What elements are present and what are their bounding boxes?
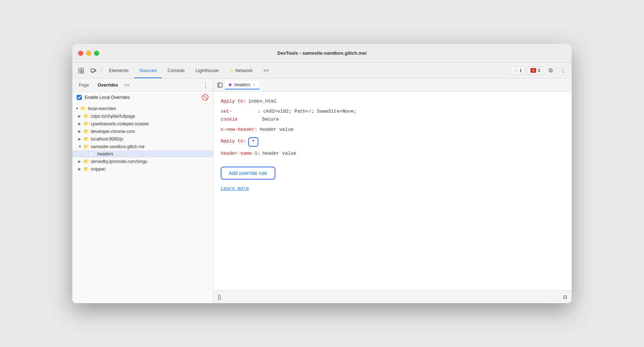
pretty-print-icon[interactable]: {} <box>218 294 221 300</box>
toolbar-separator-1 <box>101 67 102 75</box>
code-key-apply2: Apply to: <box>221 137 246 145</box>
devtools-toolbar: Elements Sources Console Lighthouse ⚠ Ne… <box>72 63 572 79</box>
code-block-set-cookie: set- : ck02=vl02; Path=/; SameSite=None;… <box>221 108 564 124</box>
close-button[interactable] <box>78 51 83 56</box>
right-panel: .headers × Apply to: index.html set- : c… <box>213 79 572 303</box>
error-badge[interactable]: ✕ 3 <box>527 67 543 75</box>
folder-icon: 📁 <box>83 166 89 172</box>
warning-icon: ⚠ <box>514 68 518 73</box>
apply-to-star-value: * <box>248 137 258 147</box>
tree-label: samesite-sandbox.glitch.me <box>91 144 145 149</box>
tree-label: developer.chrome.com <box>91 129 135 134</box>
error-count: 3 <box>538 68 540 73</box>
code-area: Apply to: index.html set- : ck02=vl02; P… <box>213 92 572 290</box>
more-options-button[interactable]: ⋮ <box>557 65 569 76</box>
tree-item-cdpn[interactable]: ▶ 📁 cdpn.io/chybie/fullpage <box>72 112 213 120</box>
maximize-button[interactable] <box>94 51 99 56</box>
more-icon: ⋮ <box>560 67 566 74</box>
svg-rect-5 <box>95 70 96 71</box>
tree-arrow: ▶ <box>78 159 83 163</box>
devtools-window: DevTools - samesite-sandbox.glitch.me/ E… <box>72 44 572 303</box>
no-entry-icon[interactable]: 🚫 <box>202 94 209 101</box>
code-value-header-name: header value <box>262 150 296 158</box>
tree-label: servedby.ipromote.com/longu <box>91 159 148 164</box>
file-tabs: .headers × <box>213 79 572 92</box>
tab-overrides[interactable]: Overrides <box>94 81 122 89</box>
add-override-button[interactable]: Add override rule <box>221 167 275 180</box>
tab-elements[interactable]: Elements <box>104 66 134 75</box>
tree-label: .headers <box>96 151 113 156</box>
svg-rect-2 <box>79 71 81 73</box>
file-tab-close-button[interactable]: × <box>252 83 256 87</box>
code-line-set-cookie-1: set- : ck02=vl02; Path=/; SameSite=None; <box>221 108 564 116</box>
network-warning-icon: ⚠ <box>229 68 234 73</box>
left-panel: Page Overrides >> ⋮ Enable Local Overrid… <box>72 79 213 303</box>
error-icon: ✕ <box>530 68 536 73</box>
tab-page[interactable]: Page <box>75 81 93 89</box>
folder-icon: 📁 <box>83 136 89 142</box>
tab-sources[interactable]: Sources <box>134 66 162 75</box>
tree-arrow: ▼ <box>78 145 83 149</box>
tab-console[interactable]: Console <box>162 66 190 75</box>
svg-rect-4 <box>91 69 94 72</box>
inspect-element-icon[interactable] <box>75 65 87 76</box>
devtools-body: Page Overrides >> ⋮ Enable Local Overrid… <box>72 79 572 303</box>
traffic-lights <box>78 51 99 56</box>
folder-icon: 📁 <box>80 106 86 111</box>
file-tab-label: .headers <box>233 82 250 87</box>
tree-label: local-overrides <box>88 106 116 111</box>
window-title: DevTools - samesite-sandbox.glitch.me/ <box>277 50 367 56</box>
panel-tab-more[interactable]: >> <box>123 82 131 88</box>
folder-icon: 📁 <box>83 129 89 134</box>
tree-arrow: ▶ <box>78 114 83 118</box>
svg-rect-1 <box>81 68 84 70</box>
tree-item-snippet[interactable]: ▶ 📁 snippet: <box>72 165 213 173</box>
warning-count: 1 <box>520 68 522 73</box>
panel-menu-button[interactable]: ⋮ <box>201 81 210 89</box>
panel-tabs: Page Overrides >> ⋮ <box>72 79 213 92</box>
code-key-header-name: header-name-1: <box>221 150 260 158</box>
settings-button[interactable]: ⚙ <box>545 65 556 76</box>
file-tab-headers[interactable]: .headers × <box>225 81 259 89</box>
device-toolbar-icon[interactable] <box>88 65 99 76</box>
code-key-x-header: x-new-header: <box>221 126 257 134</box>
code-line-apply2: Apply to: * <box>221 137 564 147</box>
tab-network[interactable]: ⚠ Network <box>224 66 258 75</box>
code-line-set-cookie-2: cookie Secure <box>221 116 564 124</box>
tree-arrow: ▶ <box>78 122 83 126</box>
tree-arrow: ▼ <box>75 106 80 110</box>
tree-item-developer-chrome[interactable]: ▶ 📁 developer.chrome.com <box>72 127 213 135</box>
tree-item-cpwebassets[interactable]: ▶ 📁 cpwebassets.codepen.io/asse <box>72 120 213 127</box>
tree-label: cpwebassets.codepen.io/asse <box>91 121 149 126</box>
code-value-x-header: header value <box>259 126 293 134</box>
tab-more[interactable]: >> <box>258 66 274 75</box>
title-bar: DevTools - samesite-sandbox.glitch.me/ <box>72 44 572 63</box>
svg-rect-3 <box>81 71 84 73</box>
pin-tab-button[interactable] <box>215 80 225 90</box>
file-tab-dot <box>229 83 232 86</box>
settings-icon: ⚙ <box>548 67 553 74</box>
tree-item-servedby[interactable]: ▶ 📁 servedby.ipromote.com/longu <box>72 158 213 165</box>
learn-more-link[interactable]: Learn more <box>221 186 249 191</box>
warning-badge[interactable]: ⚠ 1 <box>510 66 525 75</box>
tree-arrow: ▶ <box>78 129 83 133</box>
tree-arrow: ▶ <box>78 167 83 171</box>
minimize-button[interactable] <box>86 51 91 56</box>
svg-rect-8 <box>218 83 222 87</box>
tab-lighthouse[interactable]: Lighthouse <box>191 66 224 75</box>
enable-overrides-checkbox[interactable] <box>77 95 82 100</box>
file-tree: ▼ 📁 local-overrides ▶ 📁 cdpn.io/chybie/f… <box>72 103 213 303</box>
learn-more-container: Learn more <box>221 185 564 193</box>
tree-item-headers[interactable]: ▶ 📄 .headers <box>72 150 213 158</box>
bottom-right-icon[interactable]: ⊟ <box>563 294 567 300</box>
tree-item-samesite-sandbox[interactable]: ▼ 📁 samesite-sandbox.glitch.me <box>72 143 213 150</box>
tree-item-local-overrides[interactable]: ▼ 📁 local-overrides <box>72 105 213 112</box>
folder-icon: 📁 <box>83 121 89 126</box>
code-line-apply1: Apply to: index.html <box>221 97 564 105</box>
file-icon: 📄 <box>89 151 94 156</box>
folder-icon: 📁 <box>83 159 89 164</box>
folder-icon: 📁 <box>83 113 89 119</box>
tree-item-localhost[interactable]: ▶ 📁 localhost:8080/js <box>72 135 213 143</box>
code-value-set-cookie-1: ck02=vl02; Path=/; SameSite=None; <box>263 108 356 116</box>
tree-label: localhost:8080/js <box>91 137 123 142</box>
